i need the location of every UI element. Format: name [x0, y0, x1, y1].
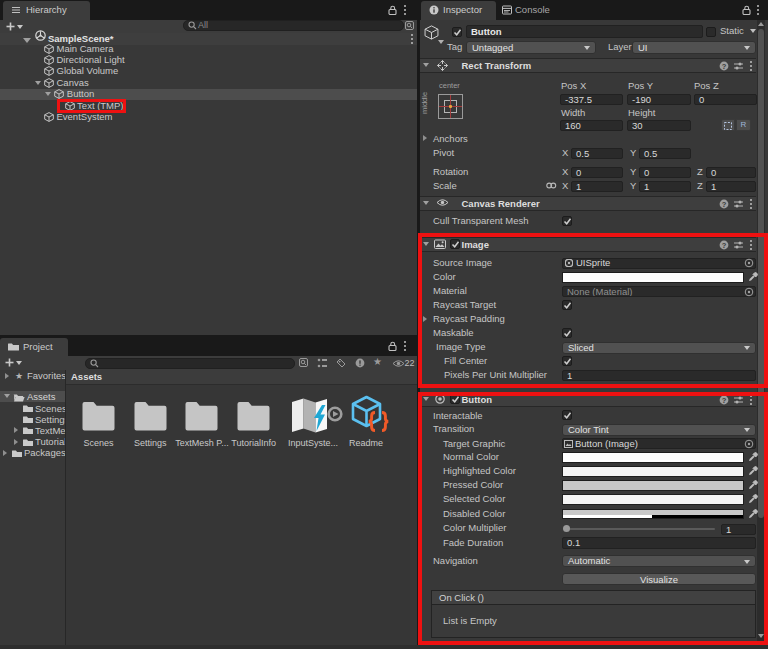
svg-text:?: ?	[722, 61, 727, 70]
svg-text:?: ?	[722, 199, 727, 208]
